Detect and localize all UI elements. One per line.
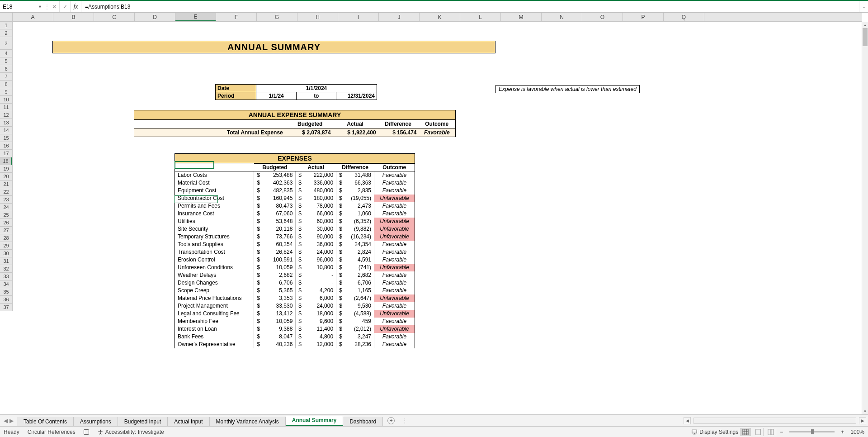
column-header-N[interactable]: N: [542, 13, 582, 21]
row-header-7[interactable]: 7: [0, 73, 12, 81]
row-header-25[interactable]: 25: [0, 211, 12, 219]
row-header-9[interactable]: 9: [0, 88, 12, 96]
expense-budgeted: $20,118: [254, 225, 296, 233]
name-box[interactable]: E18 ▼: [0, 1, 45, 12]
column-header-D[interactable]: D: [135, 13, 175, 21]
worksheet-grid[interactable]: ABCDEFGHIJKLMNOPQ 1234567891011121314151…: [0, 13, 868, 414]
vertical-scrollbar[interactable]: ▲ ▼: [862, 22, 868, 414]
hscroll-left-button[interactable]: ◀: [684, 417, 691, 424]
column-header-I[interactable]: I: [338, 13, 379, 21]
sheet-tab[interactable]: Annual Summary: [286, 416, 344, 426]
row-header-5[interactable]: 5: [0, 57, 12, 65]
column-header-F[interactable]: F: [216, 13, 257, 21]
row-header-12[interactable]: 12: [0, 111, 12, 119]
column-header-P[interactable]: P: [623, 13, 664, 21]
separator: ⋮: [399, 418, 410, 424]
column-headers: ABCDEFGHIJKLMNOPQ: [0, 13, 862, 22]
row-header-35[interactable]: 35: [0, 288, 12, 296]
expense-name: Insurance Cost: [175, 210, 254, 218]
row-header-30[interactable]: 30: [0, 250, 12, 257]
row-header-13[interactable]: 13: [0, 119, 12, 127]
column-header-B[interactable]: B: [53, 13, 94, 21]
row-header-31[interactable]: 31: [0, 257, 12, 265]
column-header-K[interactable]: K: [420, 13, 460, 21]
chevron-down-icon[interactable]: ▼: [38, 5, 42, 9]
zoom-in-button[interactable]: +: [839, 429, 846, 435]
column-header-O[interactable]: O: [582, 13, 623, 21]
row-header-2[interactable]: 2: [0, 29, 12, 37]
column-header-A[interactable]: A: [13, 13, 53, 21]
sheet-tab[interactable]: Dashboard: [343, 417, 383, 426]
summary-difference: $ 156,474: [378, 128, 419, 137]
tab-prev-button[interactable]: ◀: [4, 418, 8, 424]
display-settings-button[interactable]: Display Settings: [691, 429, 738, 435]
column-header-G[interactable]: G: [257, 13, 297, 21]
column-header-Q[interactable]: Q: [664, 13, 704, 21]
scroll-down-button[interactable]: ▼: [862, 408, 868, 414]
hscroll-right-button[interactable]: ▶: [859, 417, 866, 424]
page-layout-view-button[interactable]: [753, 428, 764, 436]
row-header-21[interactable]: 21: [0, 180, 12, 188]
row-header-20[interactable]: 20: [0, 173, 12, 180]
accessibility-button[interactable]: Accessibility: Investigate: [97, 429, 164, 435]
select-all-cell[interactable]: [0, 13, 13, 21]
row-header-36[interactable]: 36: [0, 296, 12, 304]
row-header-27[interactable]: 27: [0, 227, 12, 234]
macro-record-icon[interactable]: [84, 429, 89, 435]
column-header-M[interactable]: M: [501, 13, 542, 21]
row-header-11[interactable]: 11: [0, 104, 12, 111]
row-header-16[interactable]: 16: [0, 142, 12, 150]
sheet-canvas[interactable]: ANNUAL SUMMARY Date 1/1/2024 Period 1/1/…: [13, 22, 862, 414]
row-header-23[interactable]: 23: [0, 196, 12, 204]
row-header-22[interactable]: 22: [0, 188, 12, 196]
row-header-26[interactable]: 26: [0, 219, 12, 227]
row-header-6[interactable]: 6: [0, 65, 12, 73]
row-header-33[interactable]: 33: [0, 273, 12, 280]
horizontal-scrollbar[interactable]: [693, 418, 856, 424]
row-header-18[interactable]: 18: [0, 157, 12, 165]
row-header-3[interactable]: 3: [0, 37, 12, 50]
row-header-4[interactable]: 4: [0, 50, 12, 57]
row-header-37[interactable]: 37: [0, 304, 12, 311]
row-header-1[interactable]: 1: [0, 22, 12, 29]
zoom-level[interactable]: 100%: [848, 429, 864, 435]
normal-view-button[interactable]: [740, 428, 751, 436]
row-header-10[interactable]: 10: [0, 96, 12, 104]
cancel-formula-button[interactable]: ✕: [49, 1, 60, 12]
row-header-15[interactable]: 15: [0, 134, 12, 142]
zoom-slider[interactable]: [789, 431, 835, 432]
row-header-19[interactable]: 19: [0, 165, 12, 173]
tab-next-button[interactable]: ▶: [9, 418, 14, 424]
sheet-tab[interactable]: Actual Input: [168, 417, 209, 426]
column-header-H[interactable]: H: [297, 13, 338, 21]
expense-actual: $4,200: [296, 287, 336, 294]
horizontal-scroll-area: ◀ ▶: [410, 417, 868, 424]
zoom-out-button[interactable]: −: [778, 429, 785, 435]
row-header-29[interactable]: 29: [0, 242, 12, 250]
scroll-up-button[interactable]: ▲: [862, 22, 868, 28]
row-header-28[interactable]: 28: [0, 234, 12, 242]
expense-outcome: Unfavorable: [374, 264, 415, 271]
column-header-L[interactable]: L: [460, 13, 501, 21]
sheet-tab[interactable]: Monthly Variance Analysis: [210, 417, 286, 426]
column-header-C[interactable]: C: [94, 13, 135, 21]
column-header-J[interactable]: J: [379, 13, 420, 21]
sheet-tab[interactable]: Budgeted Input: [118, 417, 168, 426]
row-header-17[interactable]: 17: [0, 150, 12, 157]
formula-input[interactable]: =Assumptions!B13: [81, 1, 859, 12]
row-header-34[interactable]: 34: [0, 280, 12, 288]
page-break-view-button[interactable]: [765, 428, 776, 436]
column-header-E[interactable]: E: [175, 13, 216, 21]
row-header-24[interactable]: 24: [0, 204, 12, 211]
new-sheet-button[interactable]: +: [383, 415, 399, 426]
sheet-tab[interactable]: Assumptions: [74, 417, 118, 426]
expand-formula-bar-button[interactable]: ⌄: [859, 1, 868, 12]
row-header-14[interactable]: 14: [0, 127, 12, 134]
sheet-tab[interactable]: Table Of Contents: [17, 417, 74, 426]
insert-function-button[interactable]: fx: [71, 1, 81, 12]
row-header-32[interactable]: 32: [0, 265, 12, 273]
row-header-8[interactable]: 8: [0, 81, 12, 88]
expense-name: Subcontractor Cost: [175, 195, 254, 202]
accept-formula-button[interactable]: ✓: [60, 1, 71, 12]
scroll-thumb[interactable]: [863, 28, 868, 46]
